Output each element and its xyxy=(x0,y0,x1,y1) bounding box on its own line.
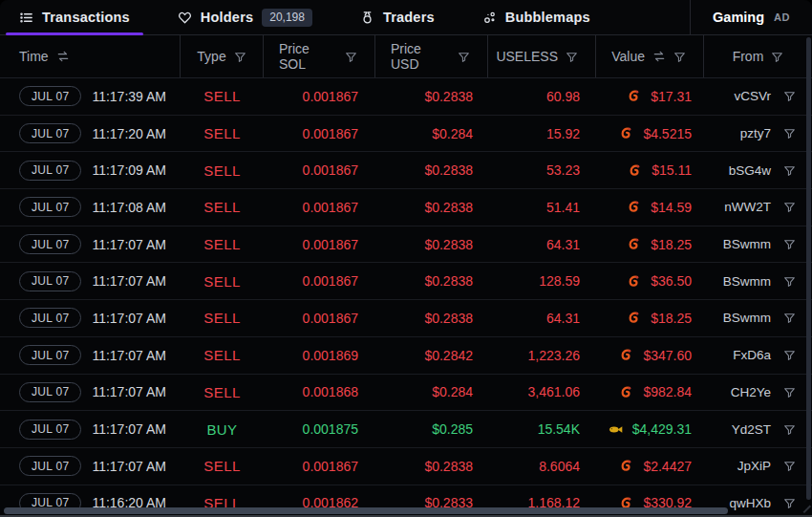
column-label: USELESS xyxy=(496,49,558,64)
value-usd: $14.59 xyxy=(651,200,692,215)
transaction-row[interactable]: JUL 07 11:17:08 AM SELL 0.001867 $0.2838… xyxy=(0,189,812,226)
date-badge: JUL 07 xyxy=(19,345,81,365)
token-amount-value: 1,223.26 xyxy=(488,337,596,374)
price-sol-value: 0.001869 xyxy=(264,337,375,374)
value-cell: $18.25 xyxy=(596,226,704,263)
token-amount-value: 53.23 xyxy=(488,152,596,188)
filter-icon[interactable] xyxy=(783,423,796,436)
wallet-address: Yd2ST xyxy=(732,422,771,437)
tab-traders[interactable]: Traders xyxy=(347,0,448,34)
price-sol-value: 0.001867 xyxy=(264,263,375,299)
time-cell: JUL 07 11:17:07 AM xyxy=(0,448,181,485)
price-usd-value: $0.2842 xyxy=(375,337,488,374)
filter-icon[interactable] xyxy=(783,164,796,177)
time-text: 11:17:39 AM xyxy=(92,89,166,104)
wallet-address: nWW2T xyxy=(724,200,771,214)
column-header-price-sol[interactable]: Price SOL xyxy=(264,35,375,77)
filter-icon[interactable] xyxy=(783,312,796,324)
filter-icon[interactable] xyxy=(783,238,796,250)
tab-transactions[interactable]: Transactions xyxy=(6,0,143,34)
price-usd-value: $0.285 xyxy=(375,411,488,447)
wallet-address: bSG4w xyxy=(729,163,771,178)
price-sol-value: 0.001867 xyxy=(264,152,375,188)
date-badge: JUL 07 xyxy=(19,382,81,402)
time-cell: JUL 07 11:17:07 AM xyxy=(0,411,181,447)
type-label: SELL xyxy=(181,226,264,263)
horizontal-scrollbar[interactable] xyxy=(4,507,728,514)
time-cell: JUL 07 11:17:39 AM xyxy=(0,78,181,115)
swap-sort-icon[interactable] xyxy=(56,50,70,63)
filter-icon[interactable] xyxy=(458,51,470,63)
gaming-ad[interactable]: Gaming AD xyxy=(690,0,812,34)
price-sol-value: 0.001867 xyxy=(264,300,375,336)
transaction-row[interactable]: JUL 07 11:17:07 AM SELL 0.001867 $0.2838… xyxy=(0,263,812,300)
date-badge: JUL 07 xyxy=(19,123,81,143)
heart-icon xyxy=(178,11,192,25)
from-cell: bSG4w xyxy=(704,152,812,188)
column-header-value[interactable]: Value xyxy=(596,35,704,77)
price-usd-value: $0.2838 xyxy=(375,263,488,299)
filter-icon[interactable] xyxy=(783,460,796,472)
transaction-row[interactable]: JUL 07 11:17:07 AM SELL 0.001869 $0.2842… xyxy=(0,337,812,375)
value-usd: $982.84 xyxy=(643,384,692,399)
transaction-row[interactable]: JUL 07 11:17:39 AM SELL 0.001867 $0.2838… xyxy=(0,78,812,116)
token-amount-value: 15.92 xyxy=(488,116,596,152)
swap-sort-icon[interactable] xyxy=(652,50,666,63)
token-amount-value: 64.31 xyxy=(488,226,596,263)
transaction-row[interactable]: JUL 07 11:17:20 AM SELL 0.001867 $0.284 … xyxy=(0,116,812,153)
filter-icon[interactable] xyxy=(783,90,796,102)
transaction-row[interactable]: JUL 07 11:17:09 AM SELL 0.001867 $0.2838… xyxy=(0,152,812,189)
filter-icon[interactable] xyxy=(783,275,796,288)
time-cell: JUL 07 11:17:07 AM xyxy=(0,375,181,411)
tab-list: Transactions Holders 20,198 Traders Bub xyxy=(0,0,690,34)
filter-icon[interactable] xyxy=(783,201,796,213)
column-header-useless[interactable]: USELESS xyxy=(488,35,596,77)
date-badge: JUL 07 xyxy=(19,420,81,440)
filter-icon[interactable] xyxy=(566,51,578,63)
date-badge: JUL 07 xyxy=(19,197,81,217)
type-label: SELL xyxy=(181,375,264,411)
type-label: SELL xyxy=(181,78,264,115)
date-badge: JUL 07 xyxy=(19,456,81,476)
transaction-row[interactable]: JUL 07 11:17:07 AM SELL 0.001867 $0.2838… xyxy=(0,226,812,264)
tab-holders[interactable]: Holders 20,198 xyxy=(164,0,326,34)
filter-icon[interactable] xyxy=(345,51,357,63)
transactions-rows: JUL 07 11:17:39 AM SELL 0.001867 $0.2838… xyxy=(0,78,812,517)
type-label: SELL xyxy=(181,337,264,374)
wallet-address: BSwmm xyxy=(723,237,771,251)
tab-bubblemaps[interactable]: Bubblemaps xyxy=(469,0,604,34)
transaction-row[interactable]: JUL 07 11:17:07 AM BUY 0.001875 $0.285 1… xyxy=(0,411,812,448)
vertical-scrollbar[interactable] xyxy=(806,37,811,500)
price-usd-value: $0.2838 xyxy=(375,152,488,188)
tab-label: Traders xyxy=(383,10,435,25)
wallet-address: FxD6a xyxy=(733,348,771,362)
filter-icon[interactable] xyxy=(771,51,783,63)
filter-icon[interactable] xyxy=(673,51,686,63)
value-cell: $36.50 xyxy=(596,263,704,299)
column-header-type[interactable]: Type xyxy=(181,35,264,77)
shrimp-icon xyxy=(626,88,642,104)
from-cell: Yd2ST xyxy=(704,411,812,447)
filter-icon[interactable] xyxy=(783,127,796,140)
time-text: 11:17:07 AM xyxy=(92,459,166,474)
from-cell: pzty7 xyxy=(704,116,812,152)
value-usd: $18.25 xyxy=(651,237,692,252)
time-cell: JUL 07 11:17:07 AM xyxy=(0,226,181,263)
transaction-row[interactable]: JUL 07 11:17:07 AM SELL 0.001867 $0.2838… xyxy=(0,300,812,337)
filter-icon[interactable] xyxy=(783,349,796,361)
transaction-row[interactable]: JUL 07 11:17:07 AM SELL 0.001867 $0.2838… xyxy=(0,448,812,485)
value-cell: $17.31 xyxy=(596,78,704,115)
column-header-price-usd[interactable]: Price USD xyxy=(375,35,488,77)
ad-tag: AD xyxy=(774,11,790,23)
value-usd: $15.11 xyxy=(652,162,692,178)
column-label: Price SOL xyxy=(279,41,337,72)
filter-icon[interactable] xyxy=(783,386,796,399)
value-cell: $15.11 xyxy=(596,152,704,188)
token-amount-value: 60.98 xyxy=(488,78,596,115)
time-text: 11:17:07 AM xyxy=(92,348,166,363)
filter-icon[interactable] xyxy=(234,51,246,63)
date-badge: JUL 07 xyxy=(19,308,81,328)
transaction-row[interactable]: JUL 07 11:17:07 AM SELL 0.001868 $0.284 … xyxy=(0,375,812,412)
column-header-time[interactable]: Time xyxy=(0,35,181,77)
column-header-from[interactable]: From xyxy=(704,35,812,77)
